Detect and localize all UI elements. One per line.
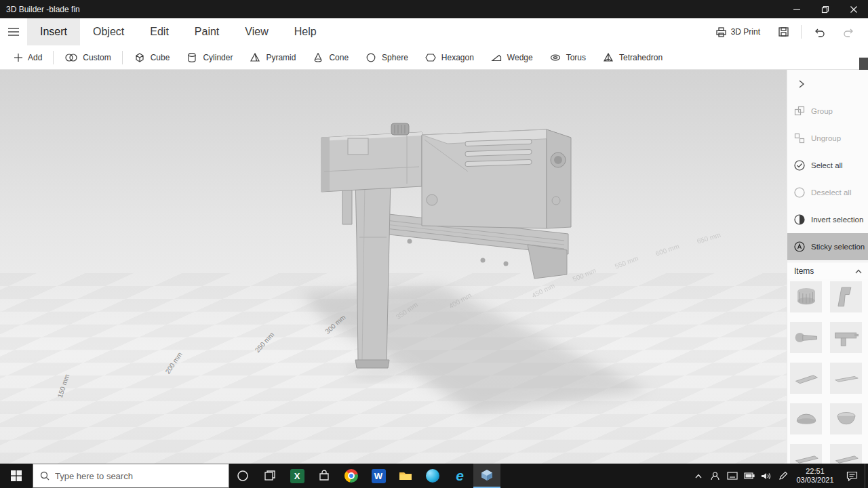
3d-print-button[interactable]: 3D Print <box>707 18 769 45</box>
panel-expand-chevron-icon[interactable] <box>794 77 809 92</box>
menu-tab-view[interactable]: View <box>232 18 281 45</box>
hamburger-menu-icon[interactable] <box>0 18 27 45</box>
taskbar-search-box[interactable] <box>33 464 229 488</box>
toolbar-divider <box>122 51 123 64</box>
ungroup-button[interactable]: Ungroup <box>787 125 868 152</box>
add-button[interactable]: Add <box>5 45 50 69</box>
shape-label: Wedge <box>507 53 533 62</box>
minimize-button[interactable] <box>783 0 811 18</box>
internet-explorer-button[interactable]: e <box>446 464 473 488</box>
close-button[interactable] <box>840 0 868 18</box>
edge-icon <box>426 469 439 483</box>
app-window: 3D Builder -blade fin Insert Object Edit… <box>0 0 868 488</box>
ungroup-label: Ungroup <box>811 134 841 142</box>
battery-icon[interactable] <box>741 464 757 488</box>
sticky-selection-button[interactable]: Sticky selection <box>787 233 868 260</box>
word-app-button[interactable]: W <box>365 464 392 488</box>
shape-button-wedge[interactable]: Wedge <box>482 45 541 69</box>
clock-time: 22:51 <box>806 467 825 476</box>
excel-icon: X <box>290 469 304 483</box>
cortana-button[interactable] <box>229 464 256 488</box>
menu-tab-edit-label: Edit <box>150 26 169 38</box>
invert-selection-button[interactable]: Invert selection <box>787 206 868 233</box>
shape-button-tetrahedron[interactable]: Tetrahedron <box>594 45 671 69</box>
items-header[interactable]: Items <box>787 262 868 279</box>
shape-label: Cube <box>151 53 170 62</box>
show-desktop-button[interactable] <box>865 464 868 488</box>
menu-tab-paint[interactable]: Paint <box>182 18 232 45</box>
start-button[interactable] <box>0 464 33 488</box>
menu-tab-help-label: Help <box>294 26 317 38</box>
task-view-button[interactable] <box>256 464 283 488</box>
shape-button-cylinder[interactable]: Cylinder <box>178 45 241 69</box>
item-thumbnail-bowl[interactable] <box>830 403 862 434</box>
taskbar-clock[interactable]: 22:51 03/03/2021 <box>791 464 839 488</box>
custom-shape-icon <box>64 53 78 62</box>
shape-label: Torus <box>566 53 586 62</box>
undo-button[interactable] <box>804 18 834 45</box>
shape-button-sphere[interactable]: Sphere <box>357 45 416 69</box>
custom-button[interactable]: Custom <box>56 45 119 69</box>
shape-button-torus[interactable]: Torus <box>541 45 594 69</box>
toolbar-divider <box>53 51 54 64</box>
panel-scrollbar-thumb[interactable] <box>859 58 868 70</box>
group-button[interactable]: Group <box>787 98 868 125</box>
shape-button-pyramid[interactable]: Pyramid <box>241 45 304 69</box>
chrome-app-button[interactable] <box>338 464 365 488</box>
3d-builder-app-button[interactable] <box>473 464 500 488</box>
menu-tab-object[interactable]: Object <box>80 18 137 45</box>
taskbar: X W e <box>0 464 868 488</box>
volume-icon[interactable] <box>757 464 774 488</box>
edge-app-button[interactable] <box>419 464 446 488</box>
shape-button-cone[interactable]: Cone <box>304 45 357 69</box>
item-thumbnail-grip-part[interactable] <box>830 281 862 312</box>
item-thumbnail-thin-plate[interactable] <box>830 363 862 394</box>
items-header-label: Items <box>794 266 814 276</box>
search-input[interactable] <box>55 471 211 481</box>
menu-tab-object-label: Object <box>93 26 124 38</box>
menu-tab-insert[interactable]: Insert <box>27 18 80 45</box>
action-center-button[interactable] <box>839 464 865 488</box>
item-thumbnail-lever-handle[interactable] <box>790 322 822 353</box>
item-thumbnail-smg-body[interactable] <box>830 322 862 353</box>
model-3d-object[interactable] <box>0 70 787 464</box>
deselect-all-button[interactable]: Deselect all <box>787 179 868 206</box>
shape-label: Sphere <box>382 53 408 62</box>
menubar: Insert Object Edit Paint View Help 3D Pr… <box>0 18 868 45</box>
items-list <box>790 281 868 464</box>
people-icon[interactable] <box>707 464 724 488</box>
excel-app-button[interactable]: X <box>283 464 311 488</box>
tetrahedron-icon <box>602 52 614 64</box>
cortana-icon <box>237 470 249 482</box>
pen-icon[interactable] <box>774 464 791 488</box>
file-explorer-button[interactable] <box>392 464 419 488</box>
select-all-label: Select all <box>811 161 843 169</box>
panel-scrollbar[interactable] <box>859 58 868 464</box>
menubar-right-tools: 3D Print <box>707 18 868 45</box>
shape-label: Hexagon <box>441 53 474 62</box>
item-thumbnail-dome[interactable] <box>790 403 822 434</box>
menu-tab-help[interactable]: Help <box>281 18 330 45</box>
shape-button-hexagon[interactable]: Hexagon <box>416 45 482 69</box>
select-all-button[interactable]: Select all <box>787 152 868 179</box>
item-thumbnail-knurled-cylinder[interactable] <box>790 281 822 312</box>
sphere-icon <box>365 52 377 64</box>
redo-button[interactable] <box>834 18 864 45</box>
store-app-button[interactable] <box>311 464 338 488</box>
microsoft-store-icon <box>318 470 330 482</box>
item-thumbnail-flat-plate[interactable] <box>790 363 822 394</box>
3d-viewport-canvas[interactable]: 150 mm 200 mm 250 mm 300 mm 350 mm 400 m… <box>0 70 787 464</box>
hidden-icons-chevron[interactable] <box>690 464 707 488</box>
titlebar: 3D Builder -blade fin <box>0 0 868 18</box>
windows-logo-icon <box>11 470 22 481</box>
menu-tab-insert-label: Insert <box>40 26 67 38</box>
search-icon <box>40 471 50 481</box>
touch-keyboard-icon[interactable] <box>724 464 741 488</box>
menu-tab-edit[interactable]: Edit <box>137 18 182 45</box>
restore-button[interactable] <box>811 0 840 18</box>
item-thumbnail-slab[interactable] <box>830 444 862 464</box>
task-view-icon <box>264 470 276 482</box>
save-button[interactable] <box>769 18 798 45</box>
shape-button-cube[interactable]: Cube <box>125 45 178 69</box>
item-thumbnail-slab[interactable] <box>790 444 822 464</box>
